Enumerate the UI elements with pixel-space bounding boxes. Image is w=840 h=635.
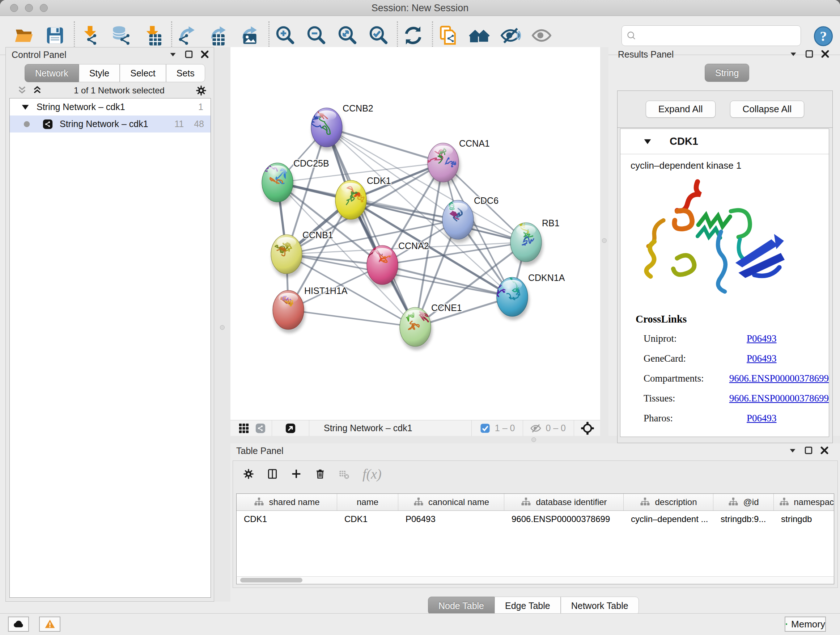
tab-network-table[interactable]: Network Table	[561, 597, 639, 615]
zoom-in-icon[interactable]	[275, 25, 295, 46]
protein-structure-image	[641, 175, 800, 304]
network-label: String Network – cdk1	[60, 119, 148, 129]
float-panel-icon[interactable]	[803, 445, 814, 456]
search-input[interactable]	[637, 27, 801, 45]
selected-checkbox-icon[interactable]	[480, 423, 491, 434]
crosslink-genecard-link[interactable]: P06493	[747, 353, 777, 364]
zoom-out-icon[interactable]	[306, 25, 326, 46]
left-splitter[interactable]	[214, 47, 231, 602]
column-header[interactable]: canonical name	[398, 494, 504, 510]
network-tree-root-row[interactable]: String Network – cdk1 1	[10, 98, 210, 116]
right-splitter[interactable]	[600, 47, 608, 443]
collapse-all-networks-icon[interactable]	[17, 85, 27, 96]
network-options-gear-icon[interactable]	[196, 85, 207, 96]
duplicate-network-icon[interactable]	[438, 25, 458, 46]
control-panel: Control Panel Network Style Select Sets …	[5, 47, 214, 602]
panel-menu-icon[interactable]	[787, 445, 798, 456]
column-header[interactable]: shared name	[237, 494, 337, 510]
export-image-icon[interactable]	[240, 25, 260, 46]
first-neighbors-icon[interactable]	[469, 25, 489, 46]
grid-view-icon[interactable]	[238, 423, 249, 434]
column-header[interactable]: name	[337, 494, 398, 510]
tab-network[interactable]: Network	[25, 64, 79, 82]
table-row[interactable]: CDK1 CDK1 P06493 9606.ENSP00000378699 cy…	[237, 511, 834, 527]
column-header[interactable]: database identifier	[504, 494, 624, 510]
cloud-status-button[interactable]	[8, 616, 29, 632]
tab-string[interactable]: String	[705, 64, 749, 82]
table-horizontal-scrollbar[interactable]	[236, 576, 834, 584]
show-columns-icon[interactable]	[267, 469, 278, 479]
network-selection-status: 1 of 1 Network selected	[43, 86, 196, 96]
tab-select[interactable]: Select	[120, 64, 166, 82]
tab-sets[interactable]: Sets	[166, 64, 205, 82]
network-type-icon	[42, 119, 53, 130]
node-label-CDK1: CDK1	[367, 176, 391, 186]
column-mapping-icon	[521, 497, 531, 508]
refresh-layout-icon[interactable]	[403, 25, 423, 46]
crosslink-pharos-link[interactable]: P06493	[747, 413, 777, 424]
delete-column-icon[interactable]	[315, 469, 325, 479]
warning-icon	[44, 619, 55, 630]
collapse-all-button[interactable]: Collapse All	[730, 101, 805, 118]
birds-eye-view-icon[interactable]	[581, 421, 594, 435]
window-title: Session: New Session	[0, 0, 840, 16]
collapse-entry-icon[interactable]	[642, 136, 653, 147]
import-table-icon[interactable]	[142, 25, 163, 46]
warnings-button[interactable]	[39, 616, 60, 632]
table-header-row: shared name name canonical name database…	[237, 494, 834, 511]
float-panel-icon[interactable]	[804, 49, 815, 59]
app-window: Session: New Session ? Control Panel	[0, 0, 840, 635]
help-icon[interactable]: ?	[813, 26, 834, 46]
column-header[interactable]: namespac	[774, 494, 834, 510]
add-column-icon[interactable]	[291, 469, 302, 479]
network-graph[interactable]: CCNB2 CCNA1 CDC25B CDK1 CDC6	[231, 47, 600, 420]
results-panel-title: Results Panel	[618, 49, 674, 60]
column-header[interactable]: @id	[714, 494, 774, 510]
import-network-file-icon[interactable]	[80, 25, 100, 46]
function-builder-icon[interactable]: f(x)	[363, 466, 382, 482]
open-session-icon[interactable]	[14, 25, 34, 46]
toolbar-separator	[268, 21, 270, 50]
network-view-icon[interactable]	[255, 423, 266, 434]
zoom-fit-icon[interactable]	[337, 25, 357, 46]
tab-node-table[interactable]: Node Table	[428, 597, 494, 615]
export-network-icon[interactable]	[177, 25, 197, 46]
import-network-database-icon[interactable]	[111, 25, 131, 46]
expand-all-networks-icon[interactable]	[32, 85, 43, 96]
network-canvas[interactable]: CCNB2 CCNA1 CDC25B CDK1 CDC6	[231, 47, 600, 436]
export-table-icon[interactable]	[208, 25, 229, 46]
node-label-CCNB1: CCNB1	[302, 230, 333, 240]
node-label-HIST1H1A: HIST1H1A	[304, 286, 347, 296]
column-header[interactable]: description	[624, 494, 714, 510]
search-icon	[626, 30, 637, 41]
table-options-gear-icon[interactable]	[243, 469, 254, 479]
memory-button[interactable]: Memory	[785, 616, 826, 632]
close-panel-icon[interactable]	[199, 49, 210, 60]
panel-menu-icon[interactable]	[788, 49, 799, 59]
tab-style[interactable]: Style	[79, 64, 120, 82]
float-panel-icon[interactable]	[183, 49, 194, 60]
memory-label: Memory	[791, 619, 825, 630]
node-label-RB1: RB1	[542, 218, 560, 228]
close-panel-icon[interactable]	[819, 445, 830, 456]
crosslink-tissues-link[interactable]: 9606.ENSP00000378699	[729, 393, 829, 404]
hidden-items-icon[interactable]	[531, 423, 541, 434]
close-panel-icon[interactable]	[820, 49, 831, 59]
tab-edge-table[interactable]: Edge Table	[494, 597, 561, 615]
node-label-CCNE1: CCNE1	[431, 302, 462, 313]
detach-view-icon[interactable]	[285, 423, 296, 434]
string-results-container: Expand All Collapse All CDK1 cyclin–depe…	[617, 90, 833, 443]
cdk1-result-card: CDK1 cyclin–dependent kinase 1	[620, 128, 829, 437]
scrollbar-thumb[interactable]	[240, 578, 302, 583]
expand-all-button[interactable]: Expand All	[646, 101, 715, 118]
save-session-icon[interactable]	[45, 25, 65, 46]
search-box[interactable]	[622, 25, 801, 46]
panel-menu-icon[interactable]	[167, 49, 178, 60]
crosslink-uniprot-link[interactable]: P06493	[747, 333, 777, 344]
tree-expander-icon[interactable]	[20, 102, 31, 112]
crosslink-compartments-link[interactable]: 9606.ENSP00000378699	[729, 373, 829, 384]
hide-selected-icon[interactable]	[500, 25, 521, 46]
network-tree-child-row[interactable]: String Network – cdk1 11 48	[10, 116, 210, 133]
zoom-selected-icon[interactable]	[368, 25, 388, 46]
delete-table-icon	[339, 469, 349, 479]
